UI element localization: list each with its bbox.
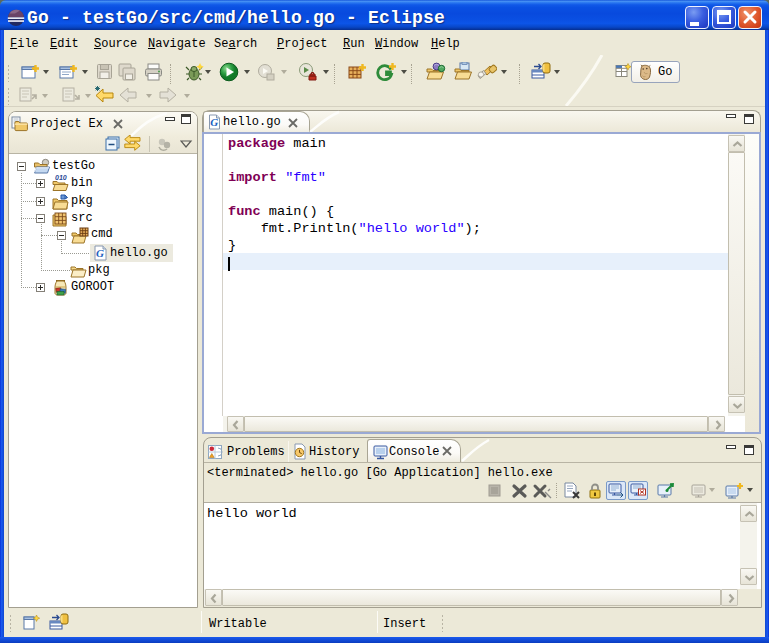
svg-text:010: 010: [55, 174, 67, 181]
svg-text:G: G: [96, 247, 104, 259]
svg-text:G: G: [210, 116, 218, 128]
